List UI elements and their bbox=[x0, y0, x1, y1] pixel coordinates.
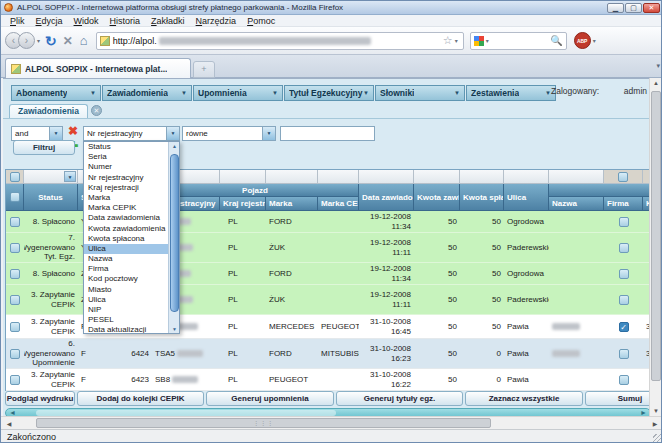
firma-checkbox[interactable] bbox=[619, 269, 629, 279]
grid-filter-cell-data[interactable] bbox=[359, 170, 414, 184]
column-header-firma[interactable]: Firma bbox=[604, 197, 643, 211]
row-checkbox[interactable] bbox=[10, 349, 20, 359]
dropdown-option[interactable]: Status bbox=[84, 142, 170, 152]
dropdown-option[interactable]: Marka bbox=[84, 193, 170, 203]
new-tab-button[interactable]: + bbox=[193, 61, 215, 78]
search-input[interactable]: ▾ 🔍 bbox=[470, 32, 567, 50]
column-header-kraj-rejestracji[interactable]: Kraj rejestracji bbox=[220, 197, 266, 211]
filter-operator-select[interactable]: równe ▼ bbox=[182, 126, 276, 141]
address-bar[interactable]: http://alpol. ☆ ▾ bbox=[96, 32, 464, 50]
grid-filter-cell-kzaw[interactable] bbox=[414, 170, 460, 184]
nav-menu-słowniki[interactable]: Słowniki▼ bbox=[375, 85, 465, 101]
nav-menu-zestawienia[interactable]: Zestawienia▼ bbox=[466, 85, 556, 101]
dropdown-option[interactable]: Data zawiadomienia bbox=[84, 213, 170, 223]
dropdown-scrollbar[interactable]: ▲ ▼ bbox=[168, 142, 179, 333]
maximize-button[interactable]: ▢ bbox=[625, 3, 642, 13]
scroll-left-icon[interactable]: ◄ bbox=[9, 409, 16, 416]
scroll-right-icon[interactable]: ► bbox=[640, 409, 647, 416]
close-tab-icon[interactable]: ✕ bbox=[91, 105, 102, 116]
dropdown-option[interactable]: Marka CEPIK bbox=[84, 203, 170, 213]
nav-menu-tytuł-egzekucyjny[interactable]: Tytuł Egzekucyjny▼ bbox=[284, 85, 374, 101]
column-header-status[interactable]: Status bbox=[24, 184, 78, 211]
menu-item-zakładki[interactable]: Zakładki bbox=[146, 16, 190, 26]
select-all-checkbox[interactable] bbox=[10, 192, 20, 202]
button-generuj-upomnienia[interactable]: Generuj upomnienia bbox=[206, 391, 334, 406]
dropdown-option[interactable]: NIP bbox=[84, 305, 170, 315]
menu-item-narzędzia[interactable]: Narzędzia bbox=[191, 16, 242, 26]
dropdown-option[interactable]: Seria bbox=[84, 152, 170, 162]
dropdown-option[interactable]: Numer bbox=[84, 162, 170, 172]
stop-icon[interactable]: ✕ bbox=[63, 34, 73, 48]
url-dropdown-icon[interactable]: ▾ bbox=[455, 37, 458, 44]
column-header-marka[interactable]: Marka bbox=[266, 197, 318, 211]
tab-list-dropdown-icon[interactable]: ▾ bbox=[656, 62, 660, 70]
grid-filter-cell-ulica[interactable] bbox=[504, 170, 549, 184]
dropdown-option[interactable]: Nazwa bbox=[84, 254, 170, 264]
firma-checkbox[interactable]: ✓ bbox=[619, 322, 629, 332]
firma-checkbox[interactable] bbox=[619, 349, 629, 359]
column-header-marka-cepik[interactable]: Marka CEPIK bbox=[318, 197, 359, 211]
row-checkbox[interactable] bbox=[10, 269, 20, 279]
home-icon[interactable]: ⌂ bbox=[80, 33, 88, 48]
nav-menu-upomnienia[interactable]: Upomnienia▼ bbox=[193, 85, 283, 101]
scrollbar-thumb[interactable] bbox=[170, 154, 179, 312]
dropdown-option[interactable]: Firma bbox=[84, 264, 170, 274]
history-dropdown-icon[interactable]: ▾ bbox=[37, 37, 40, 44]
row-checkbox[interactable] bbox=[10, 375, 20, 385]
table-row[interactable]: 3. Zapytanie CEPIKF6423SB8 PLPEUGEOT31-1… bbox=[6, 369, 651, 391]
dropdown-option[interactable]: Kod pocztowy bbox=[84, 274, 170, 284]
scroll-right-icon[interactable]: ▶ bbox=[649, 420, 661, 427]
column-header-data-zawiadomienia[interactable]: Data zawiadomienia bbox=[359, 184, 414, 211]
forward-button[interactable]: › bbox=[18, 32, 35, 49]
dropdown-option[interactable]: Data aktualizacji bbox=[84, 325, 170, 334]
filter-button[interactable]: Filtruj bbox=[13, 140, 75, 155]
header-select-all[interactable] bbox=[6, 184, 24, 211]
close-button[interactable]: ✕ bbox=[643, 3, 660, 13]
grid-filter-cell-marka[interactable] bbox=[266, 170, 318, 184]
grid-filter-cell-kraj[interactable] bbox=[220, 170, 266, 184]
scroll-left-icon[interactable]: ◀ bbox=[3, 420, 15, 427]
minimize-button[interactable]: ▁ bbox=[607, 3, 624, 13]
firma-checkbox[interactable] bbox=[619, 295, 629, 305]
scroll-down-icon[interactable]: ▼ bbox=[169, 326, 180, 332]
filter-value-input[interactable] bbox=[280, 126, 375, 141]
grid-filter-cell-firma[interactable] bbox=[604, 170, 643, 184]
column-header-kwota-zawiadomienia[interactable]: Kwota zawiadomienia bbox=[414, 184, 460, 211]
scroll-up-icon[interactable]: ▲ bbox=[169, 143, 180, 149]
scrollbar-thumb[interactable]: ⋮⋮⋮ bbox=[36, 418, 491, 428]
row-checkbox[interactable] bbox=[10, 322, 20, 332]
vertical-scrollbar[interactable]: ▲ ▼ bbox=[649, 78, 661, 416]
row-checkbox[interactable] bbox=[10, 295, 20, 305]
bookmark-star-icon[interactable]: ☆ bbox=[443, 34, 453, 47]
column-header-ulica[interactable]: Ulica bbox=[504, 184, 549, 211]
button-podgląd-wydruku[interactable]: Podgląd wydruku bbox=[5, 391, 75, 406]
menu-item-pomoc[interactable]: Pomoc bbox=[242, 16, 280, 26]
dropdown-option[interactable]: Nr rejestracyjny bbox=[84, 173, 170, 183]
resize-grip[interactable] bbox=[653, 434, 662, 443]
dropdown-option[interactable]: Kraj rejestracji bbox=[84, 183, 170, 193]
chevron-down-icon[interactable]: ▼ bbox=[262, 127, 275, 140]
column-header-kwota-splacona[interactable]: Kwota spłacona bbox=[460, 184, 504, 211]
row-checkbox[interactable] bbox=[10, 243, 20, 253]
grid-filter-cell-kspl[interactable] bbox=[460, 170, 504, 184]
filter-join-select[interactable]: and ▼ bbox=[11, 126, 63, 141]
dropdown-option[interactable]: PESEL bbox=[84, 315, 170, 325]
grid-filter-cell-cepik[interactable] bbox=[318, 170, 359, 184]
column-menu-icon[interactable]: ▼ bbox=[64, 171, 76, 182]
dropdown-option[interactable]: Kwota zawiadomienia bbox=[84, 224, 170, 234]
scroll-down-icon[interactable]: ▼ bbox=[650, 408, 662, 414]
nav-menu-abonamenty[interactable]: Abonamenty▼ bbox=[11, 85, 101, 101]
menu-item-edycja[interactable]: Edycja bbox=[31, 16, 68, 26]
column-header-nazwa[interactable]: Nazwa bbox=[549, 197, 604, 211]
row-checkbox[interactable] bbox=[10, 217, 20, 227]
menu-item-historia[interactable]: Historia bbox=[105, 16, 146, 26]
remove-filter-icon[interactable]: ✖ bbox=[68, 125, 81, 138]
browser-tab[interactable]: ALPOL SOPPIX - Internetowa plat... bbox=[5, 58, 191, 78]
app-horizontal-scrollbar[interactable]: ◄ ► bbox=[5, 408, 651, 416]
firma-checkbox[interactable] bbox=[619, 217, 629, 227]
toolbar-overflow-icon[interactable]: ▾ bbox=[593, 37, 596, 44]
chevron-down-icon[interactable]: ▼ bbox=[49, 127, 62, 140]
dropdown-option[interactable]: Miasto bbox=[84, 285, 170, 295]
app-tab-zawiadomienia[interactable]: Zawiadomienia ✕ bbox=[9, 103, 102, 118]
firma-checkbox[interactable] bbox=[619, 243, 629, 253]
